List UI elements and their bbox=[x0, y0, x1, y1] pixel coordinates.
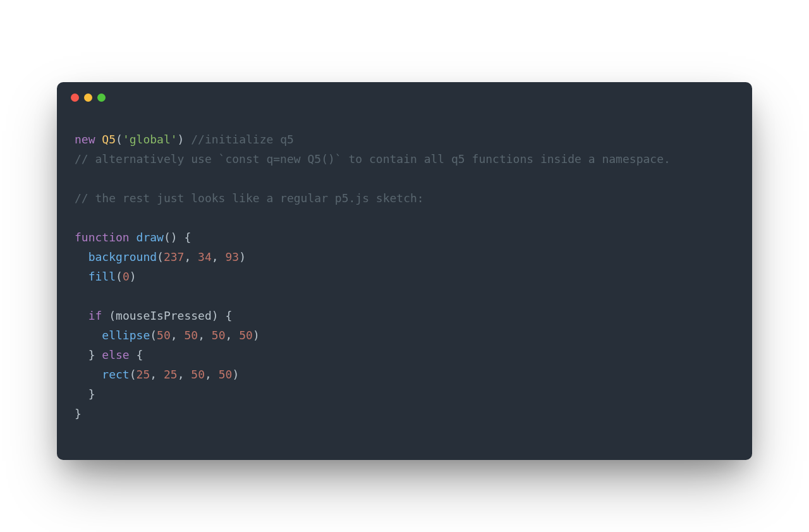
code-token: ( bbox=[157, 250, 164, 263]
code-token: 0 bbox=[123, 270, 130, 283]
code-token: function bbox=[75, 231, 130, 244]
maximize-icon[interactable] bbox=[97, 94, 106, 102]
code-token: { bbox=[130, 348, 143, 361]
code-token: 50 bbox=[219, 368, 233, 381]
code-token: ) bbox=[239, 250, 246, 263]
code-token: ) bbox=[253, 329, 260, 342]
code-token: 93 bbox=[225, 250, 239, 263]
code-token: , bbox=[226, 329, 240, 342]
code-token: draw bbox=[137, 231, 164, 244]
code-token: , bbox=[212, 250, 226, 263]
code-line: new Q5('global') //initialize q5 bbox=[75, 130, 734, 149]
code-line: function draw() { bbox=[75, 227, 734, 247]
code-token: ) bbox=[178, 133, 192, 146]
code-line: if (mouseIsPressed) { bbox=[75, 306, 734, 325]
code-block: new Q5('global') //initialize q5// alter… bbox=[57, 117, 752, 449]
code-token: 50 bbox=[191, 368, 205, 381]
code-token: } bbox=[75, 348, 102, 361]
code-line: } else { bbox=[75, 345, 734, 365]
code-token bbox=[75, 329, 102, 342]
code-token: } bbox=[75, 387, 95, 401]
code-token: 237 bbox=[164, 250, 185, 263]
code-line: fill(0) bbox=[75, 267, 734, 286]
code-token: ( bbox=[116, 270, 123, 283]
code-window: new Q5('global') //initialize q5// alter… bbox=[57, 82, 752, 460]
code-token: else bbox=[102, 348, 129, 361]
code-token: ( bbox=[130, 368, 137, 381]
code-token: , bbox=[150, 368, 164, 381]
code-line: ellipse(50, 50, 50, 50) bbox=[75, 325, 734, 345]
code-token: ) bbox=[130, 270, 137, 283]
code-token: 'global' bbox=[123, 133, 178, 146]
code-token bbox=[75, 270, 88, 283]
code-token: 50 bbox=[239, 329, 253, 342]
code-token: 25 bbox=[164, 368, 178, 381]
code-token: ellipse bbox=[102, 329, 150, 342]
code-token: (mouseIsPressed) { bbox=[102, 309, 232, 322]
code-token: , bbox=[178, 368, 192, 381]
code-line: } bbox=[75, 404, 734, 423]
code-token bbox=[130, 231, 137, 244]
code-token: Q5 bbox=[102, 133, 116, 146]
code-token: new bbox=[75, 133, 95, 146]
code-token: fill bbox=[88, 270, 116, 283]
code-token bbox=[75, 250, 88, 263]
code-token: 34 bbox=[198, 250, 212, 263]
code-token: rect bbox=[102, 368, 129, 381]
code-line bbox=[75, 169, 734, 188]
code-token bbox=[95, 133, 102, 146]
code-token: background bbox=[88, 250, 157, 263]
code-line bbox=[75, 208, 734, 227]
code-line: rect(25, 25, 50, 50) bbox=[75, 365, 734, 384]
code-token bbox=[75, 309, 88, 322]
code-token: // the rest just looks like a regular p5… bbox=[75, 191, 424, 205]
code-token: , bbox=[205, 368, 219, 381]
code-token: () { bbox=[164, 231, 191, 244]
window-titlebar bbox=[57, 82, 752, 106]
code-token: , bbox=[171, 329, 185, 342]
code-token: 50 bbox=[184, 329, 198, 342]
code-line: // alternatively use `const q=new Q5()` … bbox=[75, 149, 734, 169]
code-token: // alternatively use `const q=new Q5()` … bbox=[75, 152, 671, 166]
code-token: , bbox=[184, 250, 198, 263]
code-line: background(237, 34, 93) bbox=[75, 247, 734, 267]
code-token: , bbox=[198, 329, 212, 342]
code-token: ( bbox=[150, 329, 157, 342]
code-line: } bbox=[75, 384, 734, 404]
code-token: 25 bbox=[137, 368, 150, 381]
code-token: if bbox=[88, 309, 102, 322]
code-token bbox=[75, 368, 102, 381]
code-token: } bbox=[75, 407, 82, 420]
code-token: //initialize q5 bbox=[191, 133, 294, 146]
close-icon[interactable] bbox=[71, 94, 79, 102]
code-line: // the rest just looks like a regular p5… bbox=[75, 188, 734, 208]
code-token: ) bbox=[232, 368, 239, 381]
code-token: 50 bbox=[157, 329, 171, 342]
code-token: ( bbox=[116, 133, 123, 146]
code-line bbox=[75, 286, 734, 306]
minimize-icon[interactable] bbox=[84, 94, 92, 102]
code-token: 50 bbox=[212, 329, 226, 342]
